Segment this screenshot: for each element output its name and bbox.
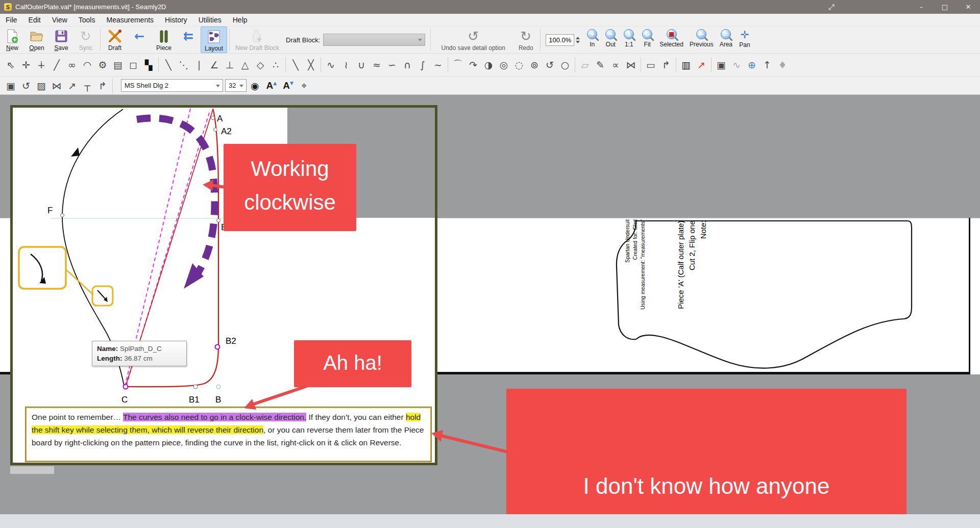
rotate-tool[interactable]: ↺ xyxy=(18,78,34,94)
point-B1[interactable] xyxy=(193,385,198,389)
zoom-spin-up[interactable] xyxy=(576,37,580,39)
menu-utilities[interactable]: Utilities xyxy=(193,14,227,26)
cross-lines-tool[interactable]: ╳ xyxy=(303,57,318,73)
bezier-path-tool[interactable]: ∩ xyxy=(400,57,415,73)
shear-tool[interactable]: ▨ xyxy=(34,78,49,94)
menu-tools[interactable]: Tools xyxy=(73,14,101,26)
curve-point-tool[interactable]: ∽ xyxy=(384,57,400,73)
font-family-combo[interactable]: MS Shell Dlg 2 xyxy=(121,79,223,92)
export-pieces-tool[interactable]: ↱ xyxy=(658,57,674,73)
point-F[interactable] xyxy=(61,214,64,217)
pan-button[interactable]: ✛ Pan xyxy=(736,27,754,53)
endline-point-tool[interactable]: ╲ xyxy=(161,57,176,73)
arc-length-tool[interactable]: ◑ xyxy=(481,57,496,73)
curve-edit-tool[interactable]: ∿ xyxy=(729,57,744,73)
insert-nodes-tool[interactable]: ⋈ xyxy=(623,57,639,73)
line-segment-tool[interactable]: ╲ xyxy=(288,57,303,73)
draft-mode-button[interactable]: Draft xyxy=(103,27,127,53)
zoom-selected-button[interactable]: ■ Selected xyxy=(656,27,687,53)
export-block-tool[interactable]: ↱ xyxy=(95,78,110,94)
curve-intersect-tool[interactable]: ∼ xyxy=(430,57,446,73)
needle-point-icon[interactable]: ⌖ xyxy=(297,78,312,94)
point-C[interactable] xyxy=(124,385,128,389)
open-button[interactable]: Open xyxy=(24,27,49,53)
menu-edit[interactable]: Edit xyxy=(23,14,46,26)
arc-cut-tool[interactable]: ↷ xyxy=(465,57,481,73)
options-tool[interactable]: ⚙ xyxy=(95,57,110,73)
export-layout-tool[interactable]: ↗ xyxy=(694,57,709,73)
zoom-value[interactable]: 100.0% xyxy=(546,34,574,46)
anchor-center-tool[interactable]: ⊕ xyxy=(744,57,760,73)
menu-help[interactable]: Help xyxy=(227,14,253,26)
point-along-line-tool[interactable]: ∔ xyxy=(34,57,49,73)
zoom-previous-button[interactable]: ← Previous xyxy=(687,27,717,53)
menu-view[interactable]: View xyxy=(46,14,73,26)
zoom-out-button[interactable]: − Out xyxy=(601,27,620,53)
print-layout-tool[interactable]: ▥ xyxy=(678,57,694,73)
arc-radius-tool[interactable]: ⌒ xyxy=(450,57,465,73)
layout-settings-tool[interactable]: ▣ xyxy=(714,57,729,73)
menu-measurements[interactable]: Measurements xyxy=(101,14,159,26)
increase-font-button[interactable]: A ▲ xyxy=(266,80,277,91)
point-A2[interactable] xyxy=(214,128,217,132)
cut-spline-tool[interactable]: ∫ xyxy=(415,57,430,73)
group-tool[interactable]: ▣ xyxy=(3,78,18,94)
internal-path-tool[interactable]: ∝ xyxy=(608,57,623,73)
menu-file[interactable]: File xyxy=(0,14,23,26)
zoom-1to1-button[interactable]: 1 1:1 xyxy=(620,27,638,53)
fullscreen-icon[interactable]: ⤢ xyxy=(820,0,843,14)
layout-pieces-tool[interactable]: ▚ xyxy=(141,57,156,73)
spline-path-tool[interactable]: ≀ xyxy=(338,57,354,73)
cubic-bezier-tool[interactable]: ≈ xyxy=(369,57,384,73)
spline-tool[interactable]: ∞ xyxy=(64,57,80,73)
point-tool[interactable]: ✛ xyxy=(18,57,34,73)
point-B2[interactable] xyxy=(215,345,220,349)
zoom-in-button[interactable]: + In xyxy=(583,27,601,53)
font-size-combo[interactable]: 32 xyxy=(225,79,247,92)
menu-history[interactable]: History xyxy=(159,14,193,26)
union-pieces-tool[interactable]: ✎ xyxy=(593,57,608,73)
select-tool[interactable]: ⇖ xyxy=(3,57,18,73)
redo-button[interactable]: ↻ Redo xyxy=(513,27,538,53)
point-B[interactable] xyxy=(216,385,220,389)
sync-button[interactable]: ↻ Sync xyxy=(74,27,98,53)
measure-line-tool[interactable]: ↑ xyxy=(760,57,775,73)
curve-cut-tool[interactable]: ∪ xyxy=(354,57,369,73)
label-tool[interactable]: ▭ xyxy=(643,57,658,73)
arc-tool[interactable]: ◠ xyxy=(80,57,95,73)
true-darts-tool[interactable]: ┬ xyxy=(80,78,95,94)
decrease-font-button[interactable]: A ▼ xyxy=(283,80,293,91)
zoom-area-button[interactable]: ▭ Area xyxy=(717,27,736,53)
height-point-tool[interactable]: ∴ xyxy=(268,57,283,73)
zoom-spin-down[interactable] xyxy=(576,41,580,43)
zoom-spinner[interactable]: 100.0% xyxy=(543,27,583,53)
along-line-point-tool[interactable]: ⋱ xyxy=(176,57,191,73)
maximize-button[interactable]: □ xyxy=(933,0,957,14)
point-A[interactable] xyxy=(211,116,215,120)
arc-intersect-tool[interactable]: ⊚ xyxy=(527,57,542,73)
ellipse-tool[interactable]: ○ xyxy=(557,57,573,73)
move-tool[interactable]: ↗ xyxy=(64,78,80,94)
new-piece-tool[interactable]: ▱ xyxy=(577,57,593,73)
circle-point-tool[interactable]: ◌ xyxy=(511,57,527,73)
layout-canvas[interactable]: Spartan Undersuit Created for: Clint Usi… xyxy=(0,95,980,528)
group-select-tool[interactable]: ◻ xyxy=(126,57,141,73)
undo-button[interactable]: ↺ Undo save detail option xyxy=(433,27,513,53)
curve-tool[interactable]: ∿ xyxy=(323,57,338,73)
point-E[interactable] xyxy=(217,219,220,222)
tag-tool[interactable]: ♦ xyxy=(775,57,790,73)
save-button[interactable]: Save xyxy=(49,27,74,53)
zoom-fit-button[interactable]: ↻ Fit xyxy=(638,27,656,53)
new-button[interactable]: New xyxy=(0,27,24,53)
pattern-note-label[interactable]: One point to remember… The curves also n… xyxy=(26,407,431,462)
draft-block-combo[interactable] xyxy=(323,34,425,46)
circles-intersect-tool[interactable]: ◎ xyxy=(496,57,511,73)
line-tool[interactable]: ╱ xyxy=(49,57,64,73)
bisector-tool[interactable]: △ xyxy=(237,57,253,73)
spiral-tool[interactable]: ↺ xyxy=(542,57,557,73)
export-draft-tool[interactable]: ▤ xyxy=(110,57,126,73)
layout-mode-button[interactable]: Layout xyxy=(201,27,227,53)
mirror-tool[interactable]: ⋈ xyxy=(49,78,64,94)
vertical-point-tool[interactable]: ∣ xyxy=(191,57,207,73)
normal-point-tool[interactable]: ⊥ xyxy=(222,57,237,73)
